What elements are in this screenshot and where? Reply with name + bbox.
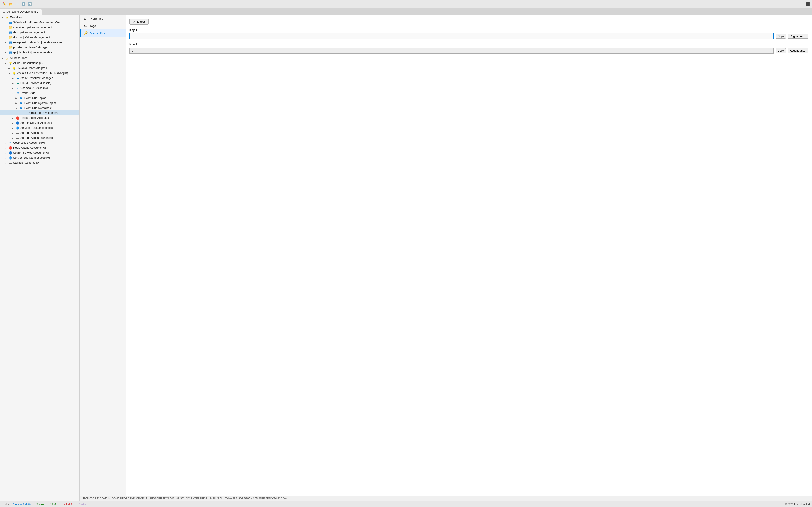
sidebar-item-cosmos-sub[interactable]: ▶ ✏ Cosmos DB Accounts xyxy=(0,86,79,91)
event-grid-status-text: EVENT GRID DOMAIN: DOMAINFORDEVELOPMENT … xyxy=(83,497,287,500)
sidebar-item-storage-classic-sub[interactable]: ▶ ▬ Storage Accounts (Classic) xyxy=(0,135,79,140)
toolbar-end: ⬛ xyxy=(805,2,810,7)
sidebar-item-redis-accounts[interactable]: ▶ 🔴 Redis Cache Accounts (0) xyxy=(0,145,79,150)
sidebar-item-doctors-patient[interactable]: 📁 doctors | PatientManagement xyxy=(0,35,79,40)
regenerate-key2-button[interactable]: Regenerate... xyxy=(788,48,808,53)
running-label: Running: 0 (0/0) xyxy=(12,503,31,505)
key2-row: Copy Regenerate... xyxy=(130,48,808,54)
copy-key1-label: Copy xyxy=(777,35,784,38)
egd-label: Event Grid Domains (1) xyxy=(24,106,54,110)
sidebar-item-search-accounts[interactable]: ▶ 🔵 Search Service Accounts (0) xyxy=(0,150,79,155)
refresh-button[interactable]: ↻ Refresh xyxy=(130,18,149,25)
sidebar-item-servicebus-sub[interactable]: ▶ 🔷 Service Bus Namespaces xyxy=(0,125,79,130)
sidebar-item-dev-patient[interactable]: ▦ dev | patientmanagement xyxy=(0,30,79,35)
sidebar-item-newqatest[interactable]: ▶ ▦ newqatest | TablesDB | cerebrata-tab… xyxy=(0,40,79,45)
sidebar-item-event-grid-system-topics[interactable]: ▶ ⊞ Event Grid System Topics xyxy=(0,101,79,106)
search-sub-arrow: ▶ xyxy=(12,122,15,124)
right-content: ↻ Refresh Key 1: Copy Regenerate... xyxy=(126,15,812,496)
download-icon[interactable]: ⬇️ xyxy=(21,2,26,7)
tab-grid-icon: ⊞ xyxy=(3,10,5,13)
sidebar-item-servicebus-ns[interactable]: ▶ 🔷 Service Bus Namespaces (0) xyxy=(0,155,79,160)
arm-icon: ☁ xyxy=(16,76,19,80)
sidebar-item-search-sub[interactable]: ▶ 🔵 Search Service Accounts xyxy=(0,120,79,125)
copy-key2-label: Copy xyxy=(777,49,784,52)
cosmos-accounts-arrow: ▶ xyxy=(5,142,8,144)
egt-arrow: ▶ xyxy=(15,97,18,99)
cloud-classic-label: Cloud Services (Classic) xyxy=(20,81,51,84)
all-resources-header[interactable]: ▼ △ All Resources xyxy=(0,56,79,61)
vs-label: Visual Studio Enterprise – MPN (Ranjith) xyxy=(17,71,68,75)
sidebar-item-redis-sub[interactable]: ▶ 🔴 Redis Cache Accounts xyxy=(0,115,79,120)
copy-key2-button[interactable]: Copy xyxy=(775,48,786,53)
open-folder-icon[interactable]: 📂 xyxy=(8,2,13,7)
sidebar: ▼ ★ Favorites ▦ $MetricsHourPrimaryTrans… xyxy=(0,15,79,501)
event-grids-label: Event Grids xyxy=(20,92,35,95)
sidebar-item-metrics-blob[interactable]: ▦ $MetricsHourPrimaryTransactionsBlob xyxy=(0,20,79,25)
sidebar-item-kovai[interactable]: ▶ 💡 05-kovai-cerebrata-prod xyxy=(0,66,79,71)
key1-row: Copy Regenerate... xyxy=(130,33,808,39)
nav-item-properties[interactable]: ⊞ Properties xyxy=(81,15,125,22)
event-grids-arrow: ▼ xyxy=(12,92,15,94)
sb-sub-arrow: ▶ xyxy=(12,127,15,129)
running-value: 0 (0/0) xyxy=(23,503,31,505)
search-accounts-arrow: ▶ xyxy=(5,152,8,154)
sidebar-item-cloud-classic[interactable]: ▶ ☁ Cloud Services (Classic) xyxy=(0,80,79,86)
all-resources-label: All Resources xyxy=(10,57,28,60)
sidebar-item-storage-sub[interactable]: ▶ ▬ Storage Accounts xyxy=(0,130,79,135)
sidebar-item-qa-tablesdb[interactable]: ▶ ▦ qa | TablesDB | cerebrata-table xyxy=(0,50,79,55)
sidebar-item-event-grid-domains[interactable]: ▼ ⊞ Event Grid Domains (1) xyxy=(0,106,79,110)
pending-label: Pending: 0 xyxy=(78,503,90,505)
storage-accounts-label: Storage Accounts (0) xyxy=(13,161,40,164)
nav-properties-label: Properties xyxy=(90,17,103,20)
nav-item-access-keys[interactable]: 🔑 Access Keys xyxy=(81,30,125,37)
sidebar-item-container-patient[interactable]: 📁 container | patientmanagement xyxy=(0,25,79,30)
tags-icon: 🏷 xyxy=(84,24,88,27)
expand-icon[interactable]: ⬛ xyxy=(805,2,810,7)
search-sub-label: Search Service Accounts xyxy=(20,121,52,124)
key1-label: Key 1: xyxy=(130,28,808,32)
redis-accounts-arrow: ▶ xyxy=(5,147,8,149)
divider-2: | xyxy=(60,503,60,505)
nav-item-tags[interactable]: 🏷 Tags xyxy=(81,22,125,30)
cosmos-sub-icon: ✏ xyxy=(16,86,19,90)
nav-access-keys-label: Access Keys xyxy=(90,32,106,35)
azure-subscriptions-header[interactable]: ▼ 💡 Azure Subscriptions (2) xyxy=(0,61,79,66)
kovai-label: 05-kovai-cerebrata-prod xyxy=(17,66,47,70)
sidebar-item-domain-for-development[interactable]: ⊞ DomainForDevelopment xyxy=(0,110,79,115)
completed-text: Completed: xyxy=(36,503,49,505)
dev-patient-label: dev | patientmanagement xyxy=(13,31,45,34)
edit-icon[interactable]: ✏️ xyxy=(2,2,7,7)
star-icon: ★ xyxy=(5,16,9,19)
main-container: ▼ ★ Favorites ▦ $MetricsHourPrimaryTrans… xyxy=(0,15,812,501)
sidebar-item-cosmos-accounts[interactable]: ▶ ✏ Cosmos DB Accounts (0) xyxy=(0,140,79,145)
copy-key1-button[interactable]: Copy xyxy=(775,34,786,39)
failed-label: Failed: 0 xyxy=(62,503,72,505)
regenerate-key1-button[interactable]: Regenerate... xyxy=(788,34,808,39)
sb-ns-label: Service Bus Namespaces (0) xyxy=(13,156,50,159)
refresh-icon[interactable]: 🔄 xyxy=(27,2,32,7)
failed-text: Failed: xyxy=(62,503,70,505)
storage-classic-sub-label: Storage Accounts (Classic) xyxy=(20,136,54,139)
toolbar: ✏️ 📂 ☁️ ⬇️ 🔄 ⬛ xyxy=(0,0,812,8)
dfd-label: DomainForDevelopment xyxy=(28,111,58,115)
qa-arrow: ▶ xyxy=(5,51,8,54)
sidebar-item-private-cerulean[interactable]: 📁 private | ceruleanv1storage xyxy=(0,45,79,50)
failed-value: 0 xyxy=(71,503,72,505)
sidebar-item-event-grids[interactable]: ▼ ⊞ Event Grids xyxy=(0,91,79,96)
sidebar-item-arm[interactable]: ▶ ☁ Azure Resource Manager xyxy=(0,75,79,80)
access-keys-icon: 🔑 xyxy=(84,31,88,35)
upload-icon[interactable]: ☁️ xyxy=(14,2,19,7)
sidebar-item-storage-accounts[interactable]: ▶ ▬ Storage Accounts (0) xyxy=(0,160,79,165)
sb-sub-label: Service Bus Namespaces xyxy=(20,126,53,129)
sidebar-item-event-grid-topics[interactable]: ▶ ⊞ Event Grid Topics xyxy=(0,96,79,101)
favorites-header[interactable]: ▼ ★ Favorites xyxy=(0,15,79,20)
vs-arrow: ▼ xyxy=(8,72,11,74)
main-tab[interactable]: ⊞ DomainForDevelopment Vi xyxy=(0,9,42,15)
key2-input[interactable] xyxy=(130,48,774,54)
sidebar-item-visual-studio[interactable]: ▼ 💡 Visual Studio Enterprise – MPN (Ranj… xyxy=(0,71,79,75)
kovai-sub-icon: 💡 xyxy=(12,66,16,70)
storage-sub-arrow: ▶ xyxy=(12,132,15,134)
vs-sub-icon: 💡 xyxy=(12,71,16,75)
regenerate-key1-label: Regenerate... xyxy=(790,35,806,38)
key1-input[interactable] xyxy=(130,33,774,39)
